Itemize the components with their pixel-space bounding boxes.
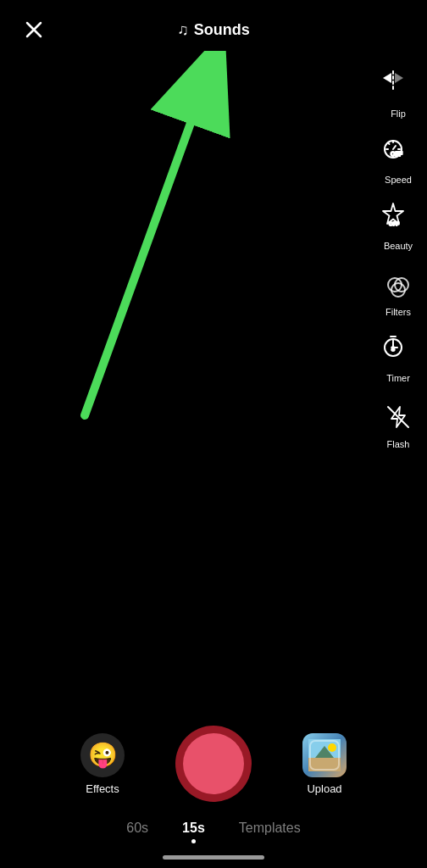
sounds-label: Sounds <box>194 21 250 39</box>
svg-line-1 <box>85 76 208 415</box>
sidebar-item-filters[interactable]: Filters <box>380 266 417 317</box>
sidebar-item-flash[interactable]: Flash <box>380 398 417 449</box>
sidebar-item-beauty[interactable]: OFF Beauty <box>380 200 417 251</box>
sidebar-item-timer[interactable]: 3 Timer <box>380 332 417 383</box>
upload-icon <box>302 733 347 777</box>
tab-15s[interactable]: 15s <box>182 821 205 843</box>
tab-templates[interactable]: Templates <box>239 821 301 843</box>
speed-label: Speed <box>385 175 412 185</box>
home-indicator <box>0 849 427 868</box>
flip-label: Flip <box>391 108 406 119</box>
sidebar-item-speed[interactable]: OFF Speed <box>380 134 417 185</box>
flash-label: Flash <box>387 439 410 449</box>
timer-icon: 3 <box>380 332 417 370</box>
tab-60s[interactable]: 60s <box>126 821 148 843</box>
beauty-icon: OFF <box>380 200 417 237</box>
mode-tabs: 60s 15s Templates <box>0 810 427 849</box>
flip-icon <box>380 68 417 105</box>
effects-label: Effects <box>86 782 119 795</box>
filters-icon <box>380 266 417 303</box>
flash-icon <box>380 398 417 436</box>
effects-button[interactable]: 😜 Effects <box>80 733 125 795</box>
sidebar-item-flip[interactable]: Flip <box>380 68 417 119</box>
effects-icon: 😜 <box>80 733 125 777</box>
filters-label: Filters <box>385 307 411 317</box>
green-arrow <box>42 51 254 424</box>
right-sidebar: Flip OFF Speed OFF Beauty <box>380 68 417 449</box>
upload-button[interactable]: Upload <box>302 733 347 795</box>
speed-icon: OFF <box>380 134 417 171</box>
svg-text:OFF: OFF <box>389 221 399 226</box>
home-bar <box>163 855 264 860</box>
record-button[interactable] <box>175 726 252 802</box>
bottom-area: 😜 Effects <box>0 709 427 868</box>
sounds-button[interactable]: ♫ Sounds <box>177 21 250 39</box>
svg-point-17 <box>328 743 336 752</box>
upload-label: Upload <box>307 782 341 795</box>
close-button[interactable] <box>17 13 51 47</box>
active-tab-dot <box>191 839 196 843</box>
svg-text:3: 3 <box>391 346 395 352</box>
beauty-label: Beauty <box>384 241 413 251</box>
svg-text:OFF: OFF <box>391 151 403 157</box>
top-bar: ♫ Sounds <box>0 0 427 59</box>
record-row: 😜 Effects <box>0 709 427 810</box>
record-button-inner <box>183 733 244 794</box>
music-icon: ♫ <box>177 21 189 39</box>
timer-label: Timer <box>386 373 410 383</box>
